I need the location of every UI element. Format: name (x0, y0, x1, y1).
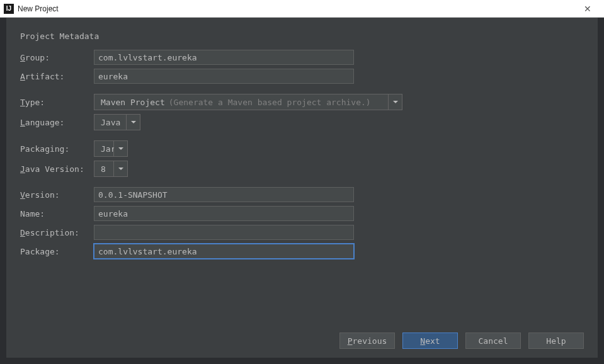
label-group: Group: (20, 53, 94, 62)
row-description: Description: (20, 225, 584, 240)
chevron-down-icon (118, 168, 123, 170)
type-select[interactable]: Maven Project (Generate a Maven based pr… (94, 94, 402, 110)
next-button[interactable]: Next (402, 333, 458, 349)
titlebar: IJ New Project ✕ (0, 0, 604, 18)
label-packaging: Packaging: (20, 144, 94, 154)
packaging-select-button[interactable] (114, 140, 128, 157)
row-packaging: Packaging: Jar (20, 140, 584, 157)
chevron-down-icon (118, 147, 123, 150)
footer: Previous Next Cancel Help (20, 325, 584, 349)
close-icon[interactable]: ✕ (575, 0, 600, 18)
label-java-version: Java Version: (20, 164, 94, 174)
previous-button[interactable]: Previous (339, 333, 395, 349)
row-language: Language: Java (20, 114, 584, 130)
row-name: Name: (20, 206, 584, 221)
packaging-select[interactable]: Jar (94, 140, 128, 157)
window-title: New Project (18, 4, 575, 13)
label-description: Description: (20, 228, 94, 237)
row-artifact: Artifact: (20, 69, 584, 84)
java-version-select-text: 8 (94, 161, 114, 177)
row-version: Version: (20, 187, 584, 202)
language-select[interactable]: Java (94, 114, 140, 130)
java-version-select[interactable]: 8 (94, 161, 128, 177)
main-panel: Project Metadata Group: Artifact: Type: … (6, 18, 598, 358)
label-type: Type: (20, 98, 94, 107)
name-input[interactable] (94, 206, 354, 221)
chevron-down-icon (131, 121, 136, 123)
label-package: Package: (20, 247, 94, 256)
language-select-text: Java (94, 114, 127, 130)
version-input[interactable] (94, 187, 354, 202)
help-button[interactable]: Help (528, 333, 584, 349)
form: Group: Artifact: Type: Maven Project (Ge… (20, 50, 584, 325)
row-group: Group: (20, 50, 584, 65)
chevron-down-icon (393, 101, 398, 103)
row-package: Package: (20, 244, 584, 259)
label-artifact: Artifact: (20, 72, 94, 81)
label-language: Language: (20, 118, 94, 127)
app-icon: IJ (4, 4, 14, 14)
row-java-version: Java Version: 8 (20, 161, 584, 177)
description-input[interactable] (94, 225, 354, 240)
type-select-button[interactable] (389, 94, 402, 110)
artifact-input[interactable] (94, 69, 354, 84)
package-input[interactable] (94, 244, 354, 259)
section-heading: Project Metadata (20, 31, 584, 41)
type-select-text: Maven Project (Generate a Maven based pr… (94, 94, 389, 110)
row-type: Type: Maven Project (Generate a Maven ba… (20, 94, 584, 110)
language-select-button[interactable] (127, 114, 140, 130)
java-version-select-button[interactable] (114, 161, 128, 177)
label-version: Version: (20, 190, 94, 200)
cancel-button[interactable]: Cancel (465, 333, 521, 349)
label-name: Name: (20, 209, 94, 219)
group-input[interactable] (94, 50, 354, 65)
packaging-select-text: Jar (94, 140, 114, 157)
